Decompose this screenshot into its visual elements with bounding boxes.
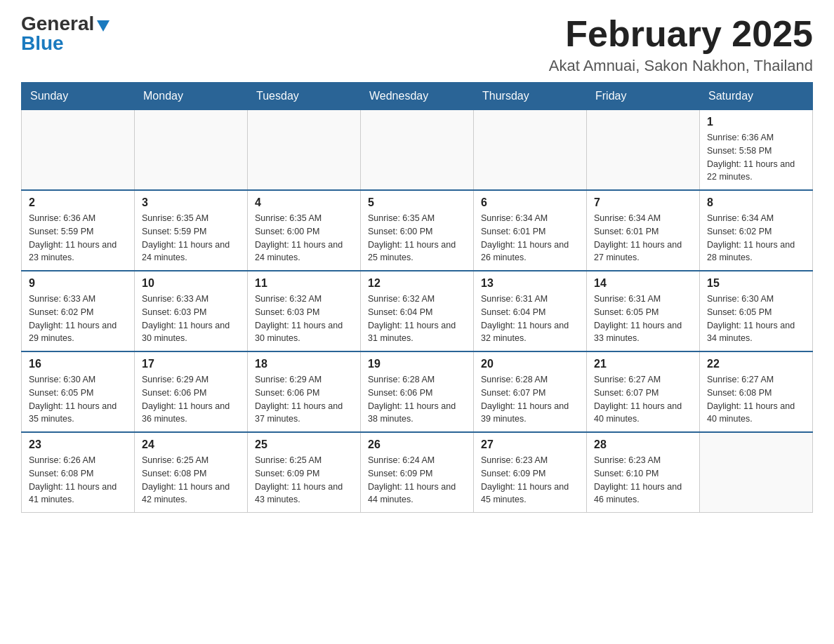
day-number: 11 bbox=[255, 277, 353, 290]
calendar-cell: 15Sunrise: 6:30 AMSunset: 6:05 PMDayligh… bbox=[700, 271, 813, 351]
column-header-saturday: Saturday bbox=[700, 83, 813, 110]
day-info: Sunrise: 6:27 AMSunset: 6:08 PMDaylight:… bbox=[707, 373, 805, 426]
calendar-cell: 16Sunrise: 6:30 AMSunset: 6:05 PMDayligh… bbox=[22, 351, 135, 432]
calendar-cell bbox=[248, 110, 361, 191]
calendar-cell: 21Sunrise: 6:27 AMSunset: 6:07 PMDayligh… bbox=[587, 351, 700, 432]
calendar-cell: 10Sunrise: 6:33 AMSunset: 6:03 PMDayligh… bbox=[135, 271, 248, 351]
column-header-tuesday: Tuesday bbox=[248, 83, 361, 110]
day-info: Sunrise: 6:34 AMSunset: 6:01 PMDaylight:… bbox=[481, 212, 579, 264]
day-info: Sunrise: 6:36 AMSunset: 5:59 PMDaylight:… bbox=[29, 212, 127, 264]
logo: General Blue bbox=[21, 14, 110, 53]
day-number: 9 bbox=[29, 277, 127, 290]
calendar-week-row: 16Sunrise: 6:30 AMSunset: 6:05 PMDayligh… bbox=[22, 351, 813, 432]
day-info: Sunrise: 6:32 AMSunset: 6:03 PMDaylight:… bbox=[255, 293, 353, 345]
calendar-cell: 17Sunrise: 6:29 AMSunset: 6:06 PMDayligh… bbox=[135, 351, 248, 432]
calendar-week-row: 23Sunrise: 6:26 AMSunset: 6:08 PMDayligh… bbox=[22, 432, 813, 513]
calendar-cell: 7Sunrise: 6:34 AMSunset: 6:01 PMDaylight… bbox=[587, 190, 700, 271]
day-number: 15 bbox=[707, 277, 805, 290]
calendar-cell: 19Sunrise: 6:28 AMSunset: 6:06 PMDayligh… bbox=[361, 351, 474, 432]
title-section: February 2025 Akat Amnuai, Sakon Nakhon,… bbox=[549, 14, 813, 75]
day-number: 3 bbox=[142, 196, 240, 209]
calendar-cell: 6Sunrise: 6:34 AMSunset: 6:01 PMDaylight… bbox=[474, 190, 587, 271]
day-info: Sunrise: 6:25 AMSunset: 6:09 PMDaylight:… bbox=[255, 454, 353, 507]
calendar-cell: 28Sunrise: 6:23 AMSunset: 6:10 PMDayligh… bbox=[587, 432, 700, 513]
calendar-cell: 12Sunrise: 6:32 AMSunset: 6:04 PMDayligh… bbox=[361, 271, 474, 351]
month-title: February 2025 bbox=[549, 14, 813, 54]
calendar-cell: 1Sunrise: 6:36 AMSunset: 5:58 PMDaylight… bbox=[700, 110, 813, 191]
day-number: 10 bbox=[142, 277, 240, 290]
column-header-thursday: Thursday bbox=[474, 83, 587, 110]
column-header-friday: Friday bbox=[587, 83, 700, 110]
day-info: Sunrise: 6:26 AMSunset: 6:08 PMDaylight:… bbox=[29, 454, 127, 507]
calendar-week-row: 2Sunrise: 6:36 AMSunset: 5:59 PMDaylight… bbox=[22, 190, 813, 271]
day-info: Sunrise: 6:33 AMSunset: 6:02 PMDaylight:… bbox=[29, 293, 127, 345]
calendar-header-row: SundayMondayTuesdayWednesdayThursdayFrid… bbox=[22, 83, 813, 110]
calendar-cell: 18Sunrise: 6:29 AMSunset: 6:06 PMDayligh… bbox=[248, 351, 361, 432]
day-info: Sunrise: 6:32 AMSunset: 6:04 PMDaylight:… bbox=[368, 293, 466, 345]
day-number: 17 bbox=[142, 358, 240, 370]
day-info: Sunrise: 6:29 AMSunset: 6:06 PMDaylight:… bbox=[142, 373, 240, 426]
calendar-cell: 9Sunrise: 6:33 AMSunset: 6:02 PMDaylight… bbox=[22, 271, 135, 351]
calendar-cell: 5Sunrise: 6:35 AMSunset: 6:00 PMDaylight… bbox=[361, 190, 474, 271]
logo-triangle-icon bbox=[97, 20, 110, 32]
day-number: 12 bbox=[368, 277, 466, 290]
calendar-week-row: 9Sunrise: 6:33 AMSunset: 6:02 PMDaylight… bbox=[22, 271, 813, 351]
day-number: 23 bbox=[29, 438, 127, 451]
calendar-cell: 3Sunrise: 6:35 AMSunset: 5:59 PMDaylight… bbox=[135, 190, 248, 271]
day-number: 6 bbox=[481, 196, 579, 209]
day-info: Sunrise: 6:31 AMSunset: 6:05 PMDaylight:… bbox=[594, 293, 692, 345]
day-info: Sunrise: 6:28 AMSunset: 6:06 PMDaylight:… bbox=[368, 373, 466, 426]
day-number: 20 bbox=[481, 358, 579, 370]
day-info: Sunrise: 6:30 AMSunset: 6:05 PMDaylight:… bbox=[707, 293, 805, 345]
day-info: Sunrise: 6:23 AMSunset: 6:10 PMDaylight:… bbox=[594, 454, 692, 507]
calendar-cell bbox=[700, 432, 813, 513]
day-info: Sunrise: 6:27 AMSunset: 6:07 PMDaylight:… bbox=[594, 373, 692, 426]
calendar-cell bbox=[587, 110, 700, 191]
day-info: Sunrise: 6:36 AMSunset: 5:58 PMDaylight:… bbox=[707, 131, 805, 184]
day-number: 19 bbox=[368, 358, 466, 370]
calendar-cell: 8Sunrise: 6:34 AMSunset: 6:02 PMDaylight… bbox=[700, 190, 813, 271]
calendar-cell: 24Sunrise: 6:25 AMSunset: 6:08 PMDayligh… bbox=[135, 432, 248, 513]
calendar-cell: 13Sunrise: 6:31 AMSunset: 6:04 PMDayligh… bbox=[474, 271, 587, 351]
calendar-cell: 23Sunrise: 6:26 AMSunset: 6:08 PMDayligh… bbox=[22, 432, 135, 513]
day-number: 2 bbox=[29, 196, 127, 209]
day-number: 26 bbox=[368, 438, 466, 451]
calendar-week-row: 1Sunrise: 6:36 AMSunset: 5:58 PMDaylight… bbox=[22, 110, 813, 191]
day-info: Sunrise: 6:33 AMSunset: 6:03 PMDaylight:… bbox=[142, 293, 240, 345]
calendar-cell: 20Sunrise: 6:28 AMSunset: 6:07 PMDayligh… bbox=[474, 351, 587, 432]
location-title: Akat Amnuai, Sakon Nakhon, Thailand bbox=[549, 57, 813, 75]
logo-blue-text: Blue bbox=[21, 34, 64, 53]
day-info: Sunrise: 6:28 AMSunset: 6:07 PMDaylight:… bbox=[481, 373, 579, 426]
day-info: Sunrise: 6:25 AMSunset: 6:08 PMDaylight:… bbox=[142, 454, 240, 507]
day-info: Sunrise: 6:35 AMSunset: 6:00 PMDaylight:… bbox=[368, 212, 466, 264]
day-number: 14 bbox=[594, 277, 692, 290]
day-number: 27 bbox=[481, 438, 579, 451]
day-number: 25 bbox=[255, 438, 353, 451]
column-header-monday: Monday bbox=[135, 83, 248, 110]
day-info: Sunrise: 6:35 AMSunset: 6:00 PMDaylight:… bbox=[255, 212, 353, 264]
calendar-cell: 22Sunrise: 6:27 AMSunset: 6:08 PMDayligh… bbox=[700, 351, 813, 432]
day-number: 24 bbox=[142, 438, 240, 451]
day-number: 28 bbox=[594, 438, 692, 451]
calendar-cell bbox=[22, 110, 135, 191]
day-number: 4 bbox=[255, 196, 353, 209]
page-header: General Blue February 2025 Akat Amnuai, … bbox=[21, 14, 813, 75]
calendar-cell bbox=[361, 110, 474, 191]
column-header-sunday: Sunday bbox=[22, 83, 135, 110]
day-number: 8 bbox=[707, 196, 805, 209]
day-info: Sunrise: 6:24 AMSunset: 6:09 PMDaylight:… bbox=[368, 454, 466, 507]
day-info: Sunrise: 6:30 AMSunset: 6:05 PMDaylight:… bbox=[29, 373, 127, 426]
day-info: Sunrise: 6:31 AMSunset: 6:04 PMDaylight:… bbox=[481, 293, 579, 345]
calendar-cell: 4Sunrise: 6:35 AMSunset: 6:00 PMDaylight… bbox=[248, 190, 361, 271]
calendar-cell bbox=[135, 110, 248, 191]
day-number: 5 bbox=[368, 196, 466, 209]
day-info: Sunrise: 6:35 AMSunset: 5:59 PMDaylight:… bbox=[142, 212, 240, 264]
calendar-table: SundayMondayTuesdayWednesdayThursdayFrid… bbox=[21, 82, 813, 513]
day-number: 18 bbox=[255, 358, 353, 370]
day-info: Sunrise: 6:23 AMSunset: 6:09 PMDaylight:… bbox=[481, 454, 579, 507]
day-info: Sunrise: 6:29 AMSunset: 6:06 PMDaylight:… bbox=[255, 373, 353, 426]
calendar-cell: 27Sunrise: 6:23 AMSunset: 6:09 PMDayligh… bbox=[474, 432, 587, 513]
calendar-cell bbox=[474, 110, 587, 191]
day-number: 16 bbox=[29, 358, 127, 370]
calendar-cell: 11Sunrise: 6:32 AMSunset: 6:03 PMDayligh… bbox=[248, 271, 361, 351]
